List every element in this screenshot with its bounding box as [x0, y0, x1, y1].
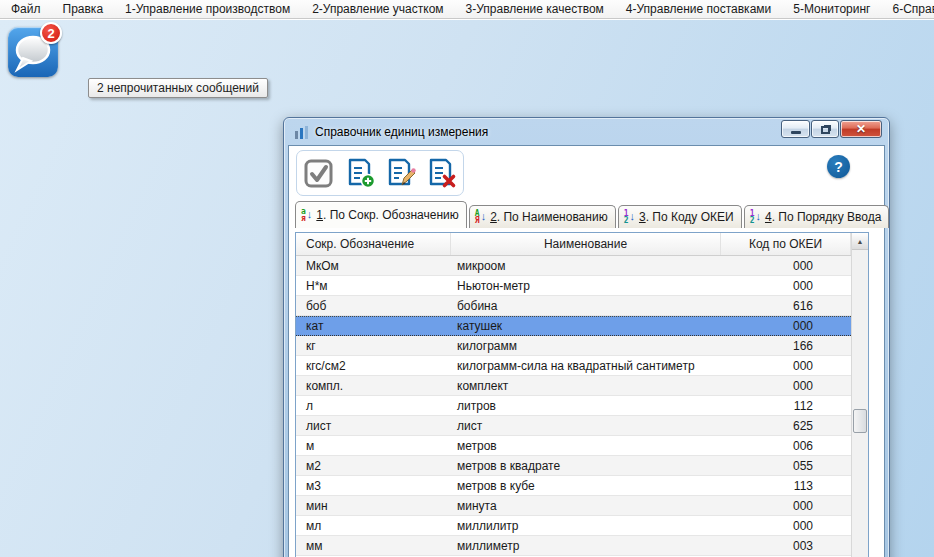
table-cell: минута [451, 496, 721, 515]
caption-buttons: ✕ [781, 120, 882, 138]
table-cell: катушек [451, 317, 721, 335]
table-cell: Н*м [296, 276, 451, 295]
table-row[interactable]: ллитров112 [296, 396, 851, 416]
table-cell: 616 [721, 296, 851, 315]
table-row[interactable]: мметров006 [296, 436, 851, 456]
menu-item-monitoring[interactable]: 5-Мониторинг [782, 0, 881, 18]
sort-numeric-icon: 12 ↓ [750, 210, 761, 224]
table-cell: 055 [721, 456, 851, 475]
edit-record-button[interactable] [382, 153, 419, 193]
table-cell: мм [296, 536, 451, 555]
table-cell: лист [296, 416, 451, 435]
table-cell: 000 [721, 516, 851, 535]
sort-tabs: ая ↓ 1. По Сокр. Обозначению АЯ ↓ 2. По … [295, 201, 889, 228]
delete-record-button[interactable] [423, 153, 460, 193]
table-cell: м2 [296, 456, 451, 475]
minimize-button[interactable] [781, 120, 810, 138]
close-icon: ✕ [856, 122, 866, 136]
table-cell: литров [451, 396, 721, 415]
menu-item-quality[interactable]: 3-Управление качеством [455, 0, 615, 18]
table-cell: 000 [721, 376, 851, 395]
table-cell: микроом [451, 256, 721, 275]
tab-by-okei-code[interactable]: 12 ↓ 3. По Коду ОКЕИ [618, 205, 742, 228]
restore-button[interactable] [811, 120, 839, 138]
table-cell: боб [296, 296, 451, 315]
sort-alpha-upper-icon: АЯ ↓ [475, 210, 486, 224]
table-row[interactable]: млмиллилитр000 [296, 516, 851, 536]
tab-label: 3. По Коду ОКЕИ [639, 210, 734, 224]
table-cell: 000 [721, 256, 851, 275]
table-row[interactable]: м2метров в квадрате055 [296, 456, 851, 476]
scroll-up-button[interactable]: ▲ [852, 233, 868, 250]
table-cell: 003 [721, 536, 851, 555]
table-row[interactable]: минминута000 [296, 496, 851, 516]
table-cell: 113 [721, 476, 851, 495]
table-cell: компл. [296, 376, 451, 395]
table-cell: лист [451, 416, 721, 435]
scroll-up-arrow-icon: ▲ [857, 238, 864, 245]
table-cell: 000 [721, 317, 851, 335]
table-row[interactable]: каткатушек000 [296, 316, 851, 336]
table-cell: 000 [721, 276, 851, 295]
minimize-icon [791, 131, 801, 134]
units-table: Сокр. Обозначение Наименование Код по ОК… [295, 232, 869, 557]
window-icon [294, 125, 309, 139]
vertical-scrollbar[interactable]: ▲ [851, 233, 868, 557]
column-header-abbreviation[interactable]: Сокр. Обозначение [296, 233, 451, 255]
table-row[interactable]: листлист625 [296, 416, 851, 436]
toolbar [296, 150, 464, 196]
tab-label: 1. По Сокр. Обозначению [316, 208, 458, 222]
table-cell: м3 [296, 476, 451, 495]
menu-item-file[interactable]: Файл [0, 0, 52, 18]
table-cell: МкОм [296, 256, 451, 275]
table-cell: килограмм [451, 336, 721, 355]
table-row[interactable]: Н*мНьютон-метр000 [296, 276, 851, 296]
column-header-name[interactable]: Наименование [451, 233, 721, 255]
table-row[interactable]: мммиллиметр003 [296, 536, 851, 556]
column-header-okei-code[interactable]: Код по ОКЕИ [721, 233, 851, 255]
table-cell: бобина [451, 296, 721, 315]
table-cell: Ньютон-метр [451, 276, 721, 295]
table-cell: комплект [451, 376, 721, 395]
messages-app-icon[interactable]: 2 [8, 27, 58, 77]
table-cell: килограмм-сила на квадратный сантиметр [451, 356, 721, 375]
sort-numeric-icon: 12 ↓ [624, 210, 635, 224]
table-cell: л [296, 396, 451, 415]
table-cell: кг [296, 336, 451, 355]
unread-count-badge: 2 [40, 22, 62, 44]
unread-messages-tooltip: 2 непрочитанных сообщений [88, 78, 268, 98]
tab-by-abbreviation[interactable]: ая ↓ 1. По Сокр. Обозначению [295, 201, 467, 228]
table-cell: 006 [721, 436, 851, 455]
window-client-area: ? ая ↓ 1. По Сокр. Обозначению АЯ ↓ 2. П… [288, 145, 885, 557]
menu-item-supply[interactable]: 4-Управление поставками [615, 0, 782, 18]
confirm-button[interactable] [301, 153, 338, 193]
table-cell: мл [296, 516, 451, 535]
table-cell: мин [296, 496, 451, 515]
table-cell: метров [451, 436, 721, 455]
menu-bar: Файл Правка 1-Управление производством 2… [0, 0, 934, 19]
units-table-body: МкОммикроом000Н*мНьютон-метр000боббобина… [296, 256, 851, 557]
menu-item-edit[interactable]: Правка [52, 0, 115, 18]
table-cell: миллилитр [451, 516, 721, 535]
help-button[interactable]: ? [827, 155, 850, 178]
scrollbar-thumb[interactable] [853, 409, 867, 433]
menu-item-section[interactable]: 2-Управление участком [301, 0, 454, 18]
tab-by-name[interactable]: АЯ ↓ 2. По Наименованию [469, 205, 616, 228]
checkmark-icon [303, 157, 335, 189]
table-cell: метров в кубе [451, 476, 721, 495]
restore-icon [821, 126, 830, 134]
tab-by-entry-order[interactable]: 12 ↓ 4. По Порядку Ввода [744, 205, 890, 228]
table-row[interactable]: МкОммикроом000 [296, 256, 851, 276]
close-button[interactable]: ✕ [840, 120, 882, 138]
table-row[interactable]: компл.комплект000 [296, 376, 851, 396]
sort-alpha-lower-icon: ая ↓ [301, 208, 312, 222]
add-record-button[interactable] [342, 153, 379, 193]
menu-item-references[interactable]: 6-Справочники [882, 0, 934, 18]
table-row[interactable]: боббобина616 [296, 296, 851, 316]
menu-item-production[interactable]: 1-Управление производством [114, 0, 301, 18]
table-cell: 000 [721, 496, 851, 515]
table-row[interactable]: м3метров в кубе113 [296, 476, 851, 496]
table-row[interactable]: кгкилограмм166 [296, 336, 851, 356]
units-reference-window: Справочник единиц измерения ✕ [283, 117, 890, 557]
table-row[interactable]: кгс/см2килограмм-сила на квадратный сант… [296, 356, 851, 376]
